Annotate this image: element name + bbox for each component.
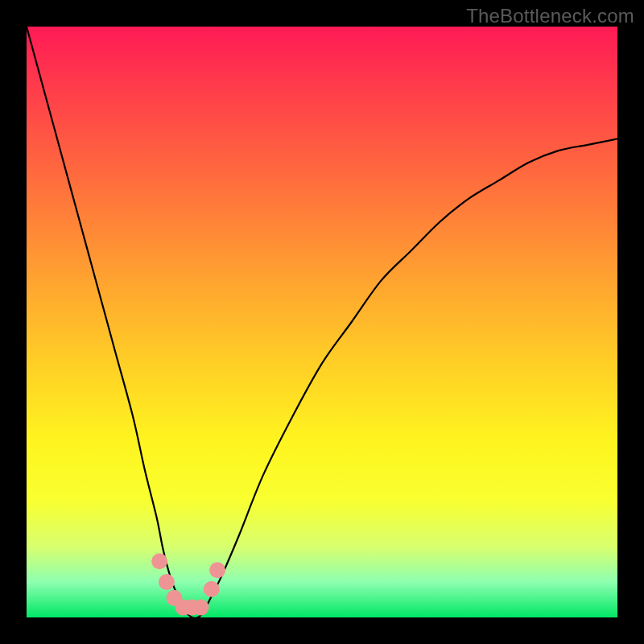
curve-markers	[151, 553, 225, 615]
bottleneck-curve	[27, 27, 617, 617]
curve-marker	[209, 562, 225, 578]
curve-marker	[193, 600, 209, 616]
curve-marker	[151, 553, 167, 569]
plot-area	[27, 27, 617, 617]
outer-frame: TheBottleneck.com	[0, 0, 644, 644]
watermark-text: TheBottleneck.com	[466, 5, 634, 27]
curve-marker	[159, 574, 175, 590]
curve-marker	[204, 581, 220, 597]
curve-layer	[27, 27, 617, 617]
bottleneck-chart	[27, 27, 617, 617]
